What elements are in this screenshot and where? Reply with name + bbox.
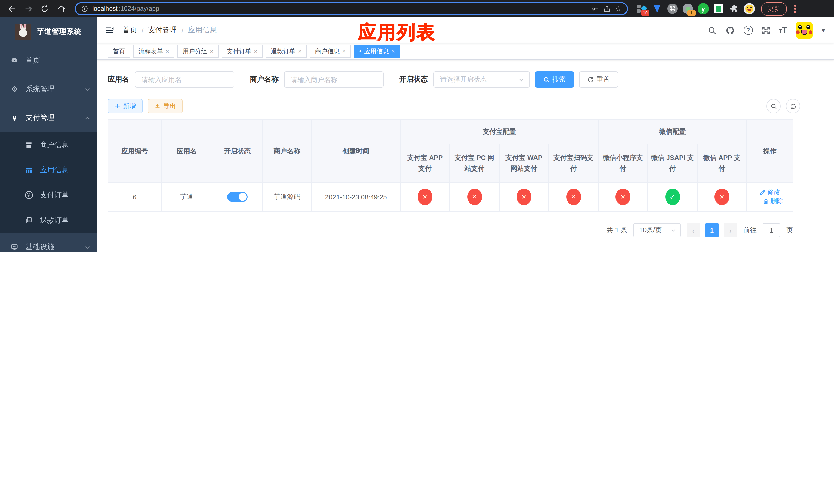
shop-icon xyxy=(25,141,33,149)
edit-link[interactable]: 修改 xyxy=(760,188,780,197)
refresh-icon xyxy=(790,103,796,110)
tag-app-info-active[interactable]: ● 应用信息 × xyxy=(354,45,400,58)
goto-page-input[interactable] xyxy=(763,223,780,237)
status-select[interactable]: 请选择开启状态 xyxy=(433,71,530,88)
reload-icon[interactable] xyxy=(38,2,51,15)
page-size-select[interactable]: 10条/页 xyxy=(633,223,681,237)
app-name-label: 应用名 xyxy=(108,75,129,84)
status-label: 开启状态 xyxy=(399,75,428,84)
home-icon[interactable] xyxy=(54,2,68,15)
share-icon[interactable] xyxy=(603,5,611,13)
app-table: 应用编号 应用名 开启状态 商户名称 创建时间 支付宝配置 微信配置 操作 支付… xyxy=(108,119,793,212)
font-size-icon[interactable]: TT xyxy=(779,26,787,35)
extension-grid-icon[interactable]: 10 xyxy=(636,3,647,14)
col-wechat-jsapi: 微信 JSAPI 支付 xyxy=(648,144,697,182)
chrome-menu-icon[interactable] xyxy=(794,5,796,13)
merchant-name-input[interactable] xyxy=(284,71,384,88)
url-path: :1024/pay/app xyxy=(119,5,159,12)
app-logo[interactable]: 芋道管理系统 xyxy=(0,18,97,46)
search-button[interactable]: 搜索 xyxy=(535,71,574,88)
help-icon[interactable]: ? xyxy=(744,26,753,35)
toggle-search-button[interactable] xyxy=(766,99,781,113)
close-icon[interactable]: × xyxy=(391,48,395,55)
delete-link[interactable]: 删除 xyxy=(763,197,783,206)
fullscreen-icon[interactable] xyxy=(762,26,770,35)
sidebar-item-system[interactable]: ⚙ 系统管理 xyxy=(0,75,97,104)
sidebar-item-pay-order[interactable]: ¥ 支付订单 xyxy=(0,183,97,208)
sidebar-toggle-icon[interactable] xyxy=(105,26,114,35)
tag-merchant-info[interactable]: 商户信息 × xyxy=(310,45,351,58)
sidebar-item-payment[interactable]: ¥ 支付管理 xyxy=(0,104,97,132)
reset-button[interactable]: 重置 xyxy=(579,71,618,88)
edit-pencil-icon xyxy=(760,189,766,196)
export-button[interactable]: 导出 xyxy=(148,99,182,113)
refresh-table-button[interactable] xyxy=(786,99,800,113)
breadcrumb-separator: / xyxy=(181,26,184,35)
wechat-app-status-icon xyxy=(715,189,729,205)
close-icon[interactable]: × xyxy=(342,48,346,55)
back-icon[interactable] xyxy=(5,2,19,15)
sidebar-item-home[interactable]: 首页 xyxy=(0,46,97,75)
forward-icon[interactable] xyxy=(22,2,35,15)
extension-badge: 10 xyxy=(641,10,649,16)
breadcrumb-home[interactable]: 首页 xyxy=(123,26,137,35)
active-dot-icon: ● xyxy=(359,49,361,53)
goto-label: 前往 xyxy=(743,226,756,235)
col-app-id: 应用编号 xyxy=(108,120,161,182)
col-create-time: 创建时间 xyxy=(312,120,400,182)
avatar-caret-icon[interactable]: ▾ xyxy=(822,27,825,33)
yen-icon: ¥ xyxy=(10,114,19,122)
chrome-update-button[interactable]: 更新 xyxy=(761,2,787,16)
close-icon[interactable]: × xyxy=(298,48,302,55)
prev-page-button[interactable]: ‹ xyxy=(687,223,700,237)
table-grid-icon xyxy=(25,166,33,174)
status-toggle[interactable] xyxy=(227,192,247,202)
trash-icon xyxy=(763,198,769,204)
dashboard-icon xyxy=(10,56,19,65)
sidebar-item-app-info[interactable]: 应用信息 xyxy=(0,157,97,183)
col-group-wechat: 微信配置 xyxy=(598,120,747,144)
sidebar-item-merchant-info[interactable]: 商户信息 xyxy=(0,132,97,157)
sidebar-item-refund-order[interactable]: 退款订单 xyxy=(0,208,97,233)
page-title-annotation: 应用列表 xyxy=(358,20,436,45)
extension-notes-icon[interactable] xyxy=(713,3,724,14)
info-icon[interactable] xyxy=(81,5,88,12)
close-icon[interactable]: × xyxy=(166,48,169,55)
breadcrumb-payment[interactable]: 支付管理 xyxy=(148,26,177,35)
profile-emoji-icon[interactable] xyxy=(744,3,755,14)
next-page-button[interactable]: › xyxy=(724,223,737,237)
extension-recorder-icon[interactable]: 1 xyxy=(682,3,694,14)
download-icon xyxy=(154,103,160,109)
key-icon[interactable] xyxy=(591,5,599,13)
url-bar[interactable]: localhost:1024/pay/app ☆ xyxy=(75,2,628,15)
col-group-alipay: 支付宝配置 xyxy=(400,120,598,144)
header-search-icon[interactable] xyxy=(707,26,716,35)
tag-process-form[interactable]: 流程表单 × xyxy=(133,45,174,58)
add-button[interactable]: 新增 xyxy=(108,99,142,113)
cell-create-time: 2021-10-23 08:49:25 xyxy=(312,182,400,211)
github-icon[interactable] xyxy=(725,25,735,35)
sidebar-item-infrastructure[interactable]: 基础设施 xyxy=(0,233,97,252)
close-icon[interactable]: × xyxy=(210,48,213,55)
extension-y-icon[interactable]: y xyxy=(698,3,709,14)
tag-user-group[interactable]: 用户分组 × xyxy=(177,45,219,58)
tag-refund-order[interactable]: 退款订单 × xyxy=(266,45,307,58)
url-host: localhost xyxy=(92,5,118,12)
page-1-button[interactable]: 1 xyxy=(705,223,719,237)
extension-kite-icon[interactable] xyxy=(652,3,663,14)
col-status: 开启状态 xyxy=(212,120,262,182)
chevron-down-icon xyxy=(671,228,676,233)
extension-command-icon[interactable]: ⌘ xyxy=(667,3,678,14)
close-icon[interactable]: × xyxy=(254,48,258,55)
tag-pay-order[interactable]: 支付订单 × xyxy=(222,45,263,58)
table-row: 6 芋道 芋道源码 2021-10-23 08:49:25 xyxy=(108,182,793,211)
wechat-mini-status-icon xyxy=(615,189,630,205)
plus-icon xyxy=(114,103,120,109)
tag-home[interactable]: 首页 xyxy=(108,45,130,58)
bookmark-star-icon[interactable]: ☆ xyxy=(615,4,622,13)
app-name-input[interactable] xyxy=(135,71,235,88)
monitor-icon xyxy=(10,243,19,251)
extensions-puzzle-icon[interactable] xyxy=(728,3,740,14)
browser-toolbar: localhost:1024/pay/app ☆ 10 ⌘ 1 y xyxy=(0,0,834,18)
user-avatar[interactable] xyxy=(796,22,813,39)
